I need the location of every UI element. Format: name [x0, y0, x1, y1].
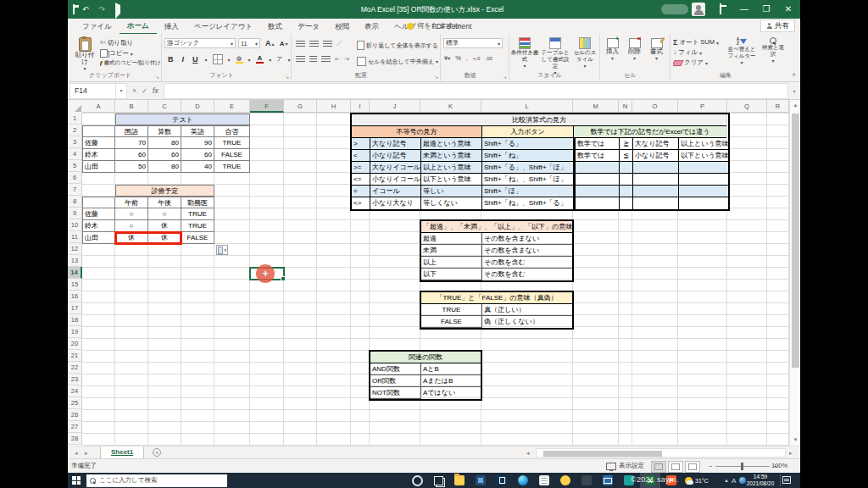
table-cell[interactable]: 以上という意味 — [679, 138, 728, 150]
row-header-28[interactable]: 28 — [68, 433, 82, 445]
table-cell[interactable]: AまたはB — [421, 375, 481, 387]
taskbar-icon-cortana[interactable] — [407, 473, 427, 488]
row-header-15[interactable]: 15 — [68, 279, 82, 291]
row-header-21[interactable]: 21 — [68, 350, 82, 362]
table-cell[interactable]: = — [352, 186, 370, 197]
table-cell[interactable]: 80 — [148, 161, 181, 173]
cancel-entry-icon[interactable]: × — [132, 86, 136, 95]
column-header-H[interactable]: H — [317, 100, 351, 113]
section-header[interactable]: 不等号の見方 — [352, 126, 482, 138]
fill-color-button[interactable]: ◍ — [236, 55, 243, 64]
taskbar-clock[interactable]: 14:59 2021/08/20 — [744, 474, 776, 487]
column-header-A[interactable]: A — [82, 100, 115, 113]
table-cell[interactable] — [679, 162, 728, 174]
row-header-1[interactable]: 1 — [68, 113, 82, 125]
page-break-view-button[interactable] — [685, 461, 700, 473]
page-layout-view-button[interactable] — [668, 461, 683, 473]
paste-options-button[interactable]: ▾ — [216, 245, 228, 255]
column-header-M[interactable]: M — [573, 100, 619, 113]
table-cell[interactable]: 山田 — [82, 161, 115, 173]
column-header-F[interactable]: F — [250, 100, 284, 113]
share-button[interactable]: 共有 — [760, 19, 795, 32]
bold-button[interactable]: B — [166, 55, 175, 64]
table-cell[interactable]: 等しくない — [421, 197, 482, 209]
tab-データ[interactable]: データ — [290, 19, 327, 34]
table-cell[interactable]: Shift+「ほ」 — [482, 186, 574, 197]
tell-me-box[interactable]: 何をしますか — [407, 19, 461, 34]
table-cell[interactable]: 70 — [115, 137, 148, 149]
table-cell[interactable]: 以上 — [421, 257, 482, 269]
align-bottom-icon[interactable] — [323, 41, 332, 47]
customize-qat-button[interactable]: ▾ — [128, 7, 131, 13]
increase-indent-icon[interactable]: ⇥ — [344, 56, 349, 63]
table-cell[interactable] — [620, 162, 633, 174]
scroll-down-icon[interactable]: ▼ — [790, 435, 800, 446]
table-cell[interactable]: 超過という意味 — [421, 138, 482, 150]
format-cells-button[interactable]: 書式▾ — [646, 38, 667, 62]
row-header-7[interactable]: 7 — [68, 184, 82, 196]
table-cell[interactable]: 90 — [181, 137, 214, 149]
section-header[interactable]: 数学では下記の記号だがExcelでは違う — [574, 126, 726, 138]
underline-button[interactable]: U — [191, 55, 200, 64]
horizontal-scrollbar[interactable] — [536, 448, 786, 458]
row-header-11[interactable]: 11 — [68, 231, 82, 243]
merge-center-button[interactable]: セルを結合して中央揃え▾ — [357, 57, 438, 66]
table-cell[interactable]: 60 — [148, 149, 181, 161]
comparison-table-title[interactable]: 比較演算式の見方 — [352, 114, 726, 126]
vertical-scroll-thumb[interactable] — [792, 114, 799, 368]
table-cell[interactable]: その数を含む — [482, 257, 572, 269]
table-cell[interactable] — [82, 185, 115, 197]
autosum-button[interactable]: Σ オート SUM▾ — [673, 38, 726, 47]
table-cell[interactable] — [574, 162, 620, 174]
table-cell[interactable] — [82, 114, 115, 125]
row-header-13[interactable]: 13 — [68, 255, 82, 267]
table-cell[interactable] — [82, 197, 115, 208]
table-cell[interactable]: ○ — [115, 208, 148, 220]
delete-cells-button[interactable]: 削除▾ — [624, 38, 645, 62]
taskbar-icon-edge[interactable] — [513, 473, 533, 488]
table-cell[interactable]: >= — [352, 162, 370, 174]
table-cell[interactable]: OR関数 — [370, 375, 421, 387]
column-header-R[interactable]: R — [767, 100, 789, 113]
sheet-tab-sheet1[interactable]: Sheet1 — [100, 446, 144, 459]
table-cell[interactable]: AND関数 — [370, 363, 421, 375]
column-header-I[interactable]: I — [351, 100, 370, 113]
table-cell[interactable] — [620, 174, 633, 186]
sort-filter-button[interactable]: AZ 並べ替えとフィルター▾ — [726, 37, 758, 66]
column-header-O[interactable]: O — [632, 100, 678, 113]
table-cell[interactable] — [620, 186, 633, 197]
table-cell[interactable]: Aではない — [421, 387, 481, 399]
align-left-icon[interactable] — [296, 56, 305, 63]
taskbar-icon-document[interactable] — [534, 473, 554, 488]
table-cell[interactable]: TRUE — [181, 208, 214, 220]
table-cell[interactable]: TRUE — [421, 304, 482, 316]
name-box[interactable]: F14 — [70, 83, 116, 99]
table-cell[interactable]: 小なり記号 — [370, 150, 421, 162]
table-cell[interactable]: 鈴木 — [82, 149, 115, 161]
range-table-title[interactable]: 「超過」、「未満」、「以上」、「以下」の意味 — [421, 221, 572, 233]
table-cell[interactable]: その数を含まない — [482, 233, 572, 245]
column-header-J[interactable]: J — [370, 100, 420, 113]
zoom-slider-thumb[interactable] — [741, 463, 743, 470]
table-cell[interactable] — [633, 174, 679, 186]
table-cell[interactable]: 鈴木 — [82, 220, 115, 232]
table-cell[interactable] — [633, 162, 679, 174]
underline-dropdown[interactable]: ▾ — [205, 57, 208, 63]
table-cell[interactable] — [679, 174, 728, 186]
table-cell[interactable]: 以下 — [421, 269, 482, 280]
row-header-10[interactable]: 10 — [68, 219, 82, 231]
table-cell[interactable] — [633, 197, 679, 209]
column-header-C[interactable]: C — [148, 100, 181, 113]
row-header-17[interactable]: 17 — [68, 302, 82, 314]
undo-button[interactable]: ↶▾ — [82, 5, 92, 14]
taskbar-icon-file-explorer[interactable] — [449, 473, 470, 488]
start-button[interactable] — [72, 476, 81, 485]
increase-decimal-button[interactable]: +.0 — [473, 56, 481, 61]
table-cell[interactable]: 50 — [115, 161, 148, 173]
column-header-G[interactable]: G — [284, 100, 317, 113]
table-cell[interactable]: 勤務医 — [181, 197, 214, 208]
table-cell[interactable]: 未満 — [421, 245, 482, 257]
font-dialog-launcher[interactable]: ↘ — [285, 74, 289, 80]
zoom-control[interactable]: − + — [709, 459, 777, 473]
table-cell[interactable]: 休 — [148, 220, 181, 232]
